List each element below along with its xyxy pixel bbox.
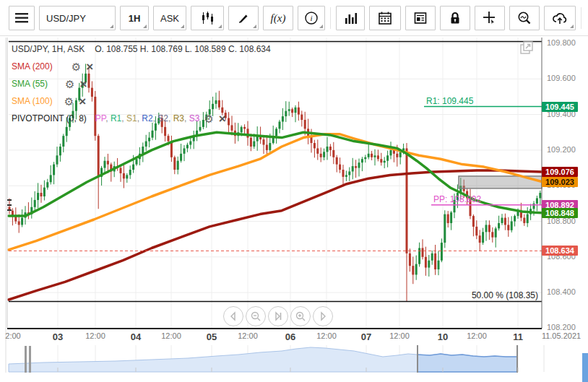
info-button[interactable]: i [298,6,325,30]
pan-left-button[interactable] [223,306,243,326]
time-axis-tick: 07 [361,331,371,342]
indicator-settings-icon[interactable]: ⚙ [65,79,74,90]
arrow-left-icon [228,311,238,321]
pivot-label-r3: R3 [173,113,184,123]
time-axis-tick: 04 [131,331,141,342]
draw-pencil-icon [237,12,250,25]
indicator-row-pivotpoint: PIVOTPOINT (0, 8) PP, R1, S1, R2, S2, R3… [12,110,271,127]
price-axis-tick: 109.800 [547,38,576,47]
time-axis-tick: 12:00 [85,331,105,340]
popout-icon [517,38,536,57]
time-axis-tick: 12:00 [316,331,337,340]
price-badge: 109.076 [542,167,578,177]
price-badge: 108.848 [542,208,578,218]
price-badge: 109.445 [542,102,578,112]
indicator-remove-icon[interactable]: × [79,78,87,90]
indicator-remove-icon[interactable]: × [86,61,93,73]
price-type-select[interactable]: ASK [153,6,186,30]
indicator-settings-icon[interactable]: ⚙ [64,96,74,107]
indicator-label: SMA (55) [12,79,48,89]
svg-text:i: i [310,14,312,22]
pivot-label-s2: S2 [157,113,168,123]
pivot-label-r1: R1 [111,113,121,123]
menu-icon [15,13,28,23]
fib-level-label: 50.00 % (108.35) [472,290,538,300]
zoom-out-button[interactable] [246,306,266,326]
toolbar-divider [330,7,331,29]
calendar-icon [378,11,392,25]
info-icon: i [304,11,319,25]
menu-button[interactable] [9,6,35,30]
price-type-label: ASK [160,13,179,24]
toolbar-divider [581,7,581,29]
price-axis-tick: 108.200 [547,323,576,331]
pivot-label-pp: PP [95,113,105,123]
zoom-area-button[interactable] [509,6,540,30]
legend-symbol: USD/JPY, 1H, ASK [12,44,85,54]
price-badge: 108.634 [542,246,578,256]
time-axis-tick: 10 [438,331,448,342]
news-icon [413,11,428,25]
price-badge: 109.023 [542,177,578,187]
indicator-label: SMA (200) [12,61,53,71]
time-axis-tick: 12:00 [161,331,181,340]
lock-icon [448,11,462,25]
time-axis-tick: 12:00 [389,331,410,340]
skip-end-icon [273,311,283,321]
timeframe-select[interactable]: 1H [120,6,149,30]
crosshair-button[interactable] [475,6,505,30]
volume-bars-icon [344,12,357,25]
navigator-grip[interactable] [25,346,27,373]
chart-type-button[interactable] [191,6,224,30]
pivot-label-s3: S3 [189,113,200,123]
symbol-select[interactable]: USD/JPY [39,6,116,30]
time-axis-tick: 05 [207,331,217,342]
time-axis-tick: 12:00 [467,331,487,340]
toolbar: USD/JPY 1H ASK f(x) i [9,6,588,30]
indicator-remove-icon[interactable]: × [219,113,226,125]
draw-button[interactable] [228,6,259,30]
navigator-grip[interactable] [29,346,31,373]
indicator-settings-icon[interactable]: ⚙ [204,113,213,124]
zoom-out-icon [251,311,261,322]
calendar-button[interactable] [369,6,401,30]
volume-button[interactable] [336,6,365,30]
range-navigator [9,345,544,373]
cloud-upload-icon [552,11,568,25]
indicator-remove-icon[interactable]: × [79,95,86,108]
jump-to-end-button[interactable] [268,306,288,326]
pivot-level-labels: PP, R1, S1, R2, S2, R3, S3 [95,113,200,123]
pivot-label-r2: R2 [142,113,152,123]
lock-button[interactable] [440,6,470,30]
trading-platform: { "toolbar": { "symbol": "USD/JPY", "tim… [0,0,588,382]
cloud-upload-button[interactable] [544,6,576,30]
zoom-area-icon [517,11,532,25]
time-axis-tick: 06 [285,331,295,342]
pivot-label-separator: , [168,113,173,123]
pane-drag-grip[interactable] [7,199,13,215]
vertical-scrollbar-thumb[interactable] [582,353,588,382]
legend-symbol-row: USD/JPY, 1H, ASK O. 108.755 H. 108.769 L… [12,40,271,58]
news-button[interactable] [405,6,436,30]
pivot-level-r1: R1: 109.445 [424,96,542,107]
timeframe-label: 1H [129,13,141,24]
function-icon: f(x) [271,12,286,25]
pivot-label-s1: S1 [126,113,137,123]
chart-legend: USD/JPY, 1H, ASK O. 108.755 H. 108.769 L… [12,40,271,127]
price-axis-tick: 108.400 [547,287,576,296]
indicator-row-sma55: SMA (55) ⚙ × [12,75,271,92]
pivot-label-separator: , [184,113,189,123]
indicator-settings-icon[interactable]: ⚙ [72,61,81,72]
indicator-label: PIVOTPOINT (0, 8) [12,113,87,123]
legend-ohlc: O. 108.755 H. 108.769 L. 108.589 C. 108.… [95,44,271,54]
pan-right-button[interactable] [313,306,333,326]
symbol-label: USD/JPY [46,13,86,24]
zoom-in-button[interactable] [290,306,311,326]
time-axis-tick: 03 [53,331,63,342]
indicator-row-sma200: SMA (200) ⚙ × [12,58,271,75]
pivot-level-label: PP: 108.892 [433,194,481,204]
functions-button[interactable]: f(x) [263,6,293,30]
time-axis-tick: 2:00 [5,331,20,340]
popout-chart-button[interactable] [517,38,536,57]
time-axis-tick: 12:00 [238,331,258,340]
